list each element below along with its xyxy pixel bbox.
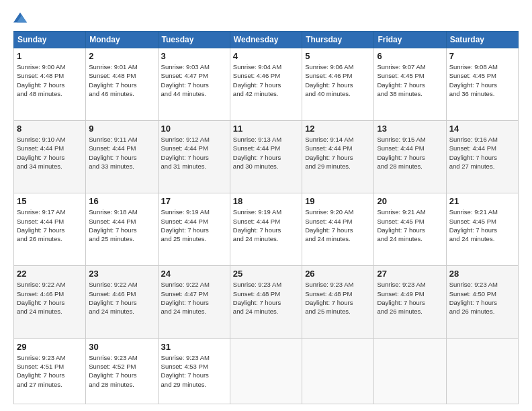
day-info: Sunrise: 9:16 AMSunset: 4:44 PMDaylight:… <box>449 135 515 171</box>
table-row <box>302 338 374 404</box>
day-number: 27 <box>377 269 443 279</box>
day-number: 28 <box>449 269 515 279</box>
day-info: Sunrise: 9:23 AMSunset: 4:52 PMDaylight:… <box>89 353 154 389</box>
table-row: 5Sunrise: 9:06 AMSunset: 4:46 PMDaylight… <box>302 48 374 121</box>
day-info: Sunrise: 9:19 AMSunset: 4:44 PMDaylight:… <box>161 208 227 243</box>
table-row: 12Sunrise: 9:14 AMSunset: 4:44 PMDayligh… <box>302 121 374 193</box>
table-row: 18Sunrise: 9:19 AMSunset: 4:44 PMDayligh… <box>230 193 302 266</box>
table-row: 25Sunrise: 9:23 AMSunset: 4:48 PMDayligh… <box>230 266 302 338</box>
table-row <box>446 338 518 404</box>
day-number: 19 <box>305 196 371 206</box>
table-row: 7Sunrise: 9:08 AMSunset: 4:45 PMDaylight… <box>446 48 518 121</box>
day-number: 15 <box>17 196 83 206</box>
day-info: Sunrise: 9:22 AMSunset: 4:46 PMDaylight:… <box>17 280 83 316</box>
page: Sunday Monday Tuesday Wednesday Thursday… <box>0 0 532 411</box>
day-info: Sunrise: 9:01 AMSunset: 4:48 PMDaylight:… <box>89 62 154 98</box>
day-number: 11 <box>233 124 299 134</box>
day-number: 9 <box>89 124 154 134</box>
col-monday: Monday <box>86 32 158 48</box>
col-wednesday: Wednesday <box>230 32 302 48</box>
day-number: 14 <box>449 124 515 134</box>
table-row: 31Sunrise: 9:23 AMSunset: 4:53 PMDayligh… <box>158 338 230 404</box>
day-number: 10 <box>161 124 227 134</box>
day-number: 12 <box>305 124 371 134</box>
day-number: 18 <box>233 196 299 206</box>
day-info: Sunrise: 9:23 AMSunset: 4:49 PMDaylight:… <box>377 280 443 316</box>
table-row: 20Sunrise: 9:21 AMSunset: 4:45 PMDayligh… <box>374 193 446 266</box>
table-row: 9Sunrise: 9:11 AMSunset: 4:44 PMDaylight… <box>86 121 158 193</box>
day-number: 1 <box>17 51 83 61</box>
day-info: Sunrise: 9:06 AMSunset: 4:46 PMDaylight:… <box>305 62 371 98</box>
table-row <box>374 338 446 404</box>
day-info: Sunrise: 9:21 AMSunset: 4:45 PMDaylight:… <box>377 208 443 243</box>
logo-icon <box>13 11 27 24</box>
day-info: Sunrise: 9:07 AMSunset: 4:45 PMDaylight:… <box>377 62 443 98</box>
day-number: 23 <box>89 269 154 279</box>
col-sunday: Sunday <box>14 32 86 48</box>
table-row: 6Sunrise: 9:07 AMSunset: 4:45 PMDaylight… <box>374 48 446 121</box>
day-info: Sunrise: 9:23 AMSunset: 4:48 PMDaylight:… <box>233 280 299 316</box>
day-number: 16 <box>89 196 154 206</box>
day-number: 26 <box>305 269 371 279</box>
day-info: Sunrise: 9:08 AMSunset: 4:45 PMDaylight:… <box>449 62 515 98</box>
table-row: 11Sunrise: 9:13 AMSunset: 4:44 PMDayligh… <box>230 121 302 193</box>
day-info: Sunrise: 9:20 AMSunset: 4:44 PMDaylight:… <box>305 208 371 243</box>
day-info: Sunrise: 9:03 AMSunset: 4:47 PMDaylight:… <box>161 62 227 98</box>
table-row: 29Sunrise: 9:23 AMSunset: 4:51 PMDayligh… <box>14 338 86 404</box>
calendar-header-row: Sunday Monday Tuesday Wednesday Thursday… <box>14 32 519 48</box>
table-row: 22Sunrise: 9:22 AMSunset: 4:46 PMDayligh… <box>14 266 86 338</box>
day-info: Sunrise: 9:23 AMSunset: 4:51 PMDaylight:… <box>17 353 83 389</box>
table-row: 3Sunrise: 9:03 AMSunset: 4:47 PMDaylight… <box>158 48 230 121</box>
day-info: Sunrise: 9:14 AMSunset: 4:44 PMDaylight:… <box>305 135 371 171</box>
day-info: Sunrise: 9:12 AMSunset: 4:44 PMDaylight:… <box>161 135 227 171</box>
col-saturday: Saturday <box>446 32 518 48</box>
table-row: 27Sunrise: 9:23 AMSunset: 4:49 PMDayligh… <box>374 266 446 338</box>
day-info: Sunrise: 9:04 AMSunset: 4:46 PMDaylight:… <box>233 62 299 98</box>
day-info: Sunrise: 9:11 AMSunset: 4:44 PMDaylight:… <box>89 135 154 171</box>
table-row: 17Sunrise: 9:19 AMSunset: 4:44 PMDayligh… <box>158 193 230 266</box>
day-number: 5 <box>305 51 371 61</box>
day-info: Sunrise: 9:18 AMSunset: 4:44 PMDaylight:… <box>89 208 154 243</box>
day-info: Sunrise: 9:23 AMSunset: 4:53 PMDaylight:… <box>161 353 227 389</box>
day-number: 8 <box>17 124 83 134</box>
table-row: 13Sunrise: 9:15 AMSunset: 4:44 PMDayligh… <box>374 121 446 193</box>
day-number: 21 <box>449 196 515 206</box>
day-info: Sunrise: 9:13 AMSunset: 4:44 PMDaylight:… <box>233 135 299 171</box>
day-info: Sunrise: 9:15 AMSunset: 4:44 PMDaylight:… <box>377 135 443 171</box>
day-number: 31 <box>161 342 227 352</box>
table-row: 15Sunrise: 9:17 AMSunset: 4:44 PMDayligh… <box>14 193 86 266</box>
table-row: 19Sunrise: 9:20 AMSunset: 4:44 PMDayligh… <box>302 193 374 266</box>
day-number: 25 <box>233 269 299 279</box>
table-row: 28Sunrise: 9:23 AMSunset: 4:50 PMDayligh… <box>446 266 518 338</box>
day-info: Sunrise: 9:22 AMSunset: 4:46 PMDaylight:… <box>89 280 154 316</box>
table-row: 14Sunrise: 9:16 AMSunset: 4:44 PMDayligh… <box>446 121 518 193</box>
day-number: 7 <box>449 51 515 61</box>
day-info: Sunrise: 9:19 AMSunset: 4:44 PMDaylight:… <box>233 208 299 243</box>
col-friday: Friday <box>374 32 446 48</box>
day-number: 3 <box>161 51 227 61</box>
day-number: 24 <box>161 269 227 279</box>
col-tuesday: Tuesday <box>158 32 230 48</box>
day-number: 22 <box>17 269 83 279</box>
table-row: 10Sunrise: 9:12 AMSunset: 4:44 PMDayligh… <box>158 121 230 193</box>
table-row: 2Sunrise: 9:01 AMSunset: 4:48 PMDaylight… <box>86 48 158 121</box>
table-row: 24Sunrise: 9:22 AMSunset: 4:47 PMDayligh… <box>158 266 230 338</box>
day-number: 4 <box>233 51 299 61</box>
calendar-table: Sunday Monday Tuesday Wednesday Thursday… <box>13 31 519 404</box>
day-number: 13 <box>377 124 443 134</box>
table-row: 21Sunrise: 9:21 AMSunset: 4:45 PMDayligh… <box>446 193 518 266</box>
day-info: Sunrise: 9:23 AMSunset: 4:48 PMDaylight:… <box>305 280 371 316</box>
table-row: 16Sunrise: 9:18 AMSunset: 4:44 PMDayligh… <box>86 193 158 266</box>
day-number: 30 <box>89 342 154 352</box>
day-info: Sunrise: 9:21 AMSunset: 4:45 PMDaylight:… <box>449 208 515 243</box>
day-number: 2 <box>89 51 154 61</box>
day-info: Sunrise: 9:00 AMSunset: 4:48 PMDaylight:… <box>17 62 83 98</box>
col-thursday: Thursday <box>302 32 374 48</box>
table-row: 1Sunrise: 9:00 AMSunset: 4:48 PMDaylight… <box>14 48 86 121</box>
table-row: 26Sunrise: 9:23 AMSunset: 4:48 PMDayligh… <box>302 266 374 338</box>
day-number: 6 <box>377 51 443 61</box>
logo <box>13 11 30 24</box>
table-row <box>230 338 302 404</box>
day-number: 29 <box>17 342 83 352</box>
day-number: 17 <box>161 196 227 206</box>
